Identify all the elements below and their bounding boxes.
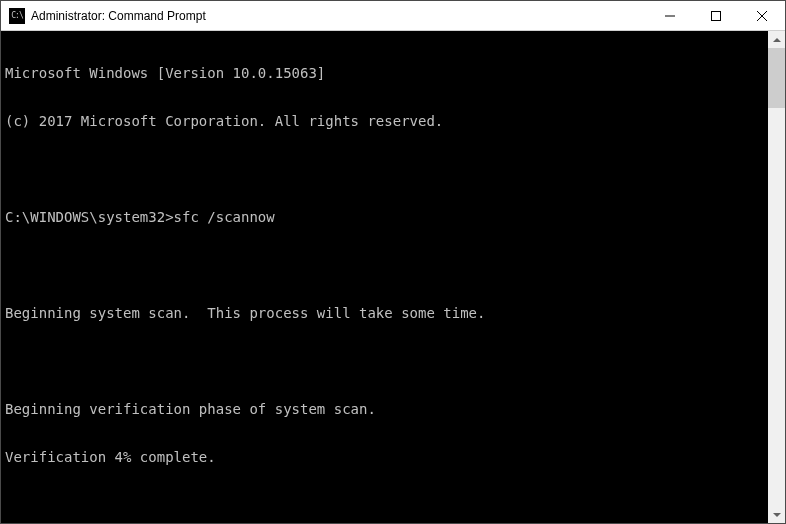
window-title: Administrator: Command Prompt (31, 9, 206, 23)
minimize-icon (665, 11, 675, 21)
client-area: Microsoft Windows [Version 10.0.15063] (… (1, 31, 785, 523)
close-icon (757, 11, 767, 21)
maximize-button[interactable] (693, 1, 739, 31)
maximize-icon (711, 11, 721, 21)
titlebar[interactable]: Administrator: Command Prompt (1, 1, 785, 31)
terminal-line: Verification 4% complete. (5, 449, 768, 465)
terminal-line (5, 353, 768, 369)
chevron-down-icon (773, 511, 781, 519)
minimize-button[interactable] (647, 1, 693, 31)
terminal-line: Microsoft Windows [Version 10.0.15063] (5, 65, 768, 81)
terminal-line (5, 257, 768, 273)
close-button[interactable] (739, 1, 785, 31)
window-frame: Administrator: Command Prompt Microsoft … (0, 0, 786, 524)
terminal-line (5, 161, 768, 177)
scrollbar-thumb[interactable] (768, 48, 785, 108)
terminal-line: C:\WINDOWS\system32>sfc /scannow (5, 209, 768, 225)
terminal-output[interactable]: Microsoft Windows [Version 10.0.15063] (… (1, 31, 768, 523)
scroll-down-button[interactable] (768, 506, 785, 523)
terminal-line: (c) 2017 Microsoft Corporation. All righ… (5, 113, 768, 129)
scrollbar-track[interactable] (768, 48, 785, 506)
terminal-line: Beginning verification phase of system s… (5, 401, 768, 417)
cmd-icon (9, 8, 25, 24)
svg-rect-0 (712, 11, 721, 20)
chevron-up-icon (773, 36, 781, 44)
vertical-scrollbar[interactable] (768, 31, 785, 523)
terminal-line: Beginning system scan. This process will… (5, 305, 768, 321)
scroll-up-button[interactable] (768, 31, 785, 48)
